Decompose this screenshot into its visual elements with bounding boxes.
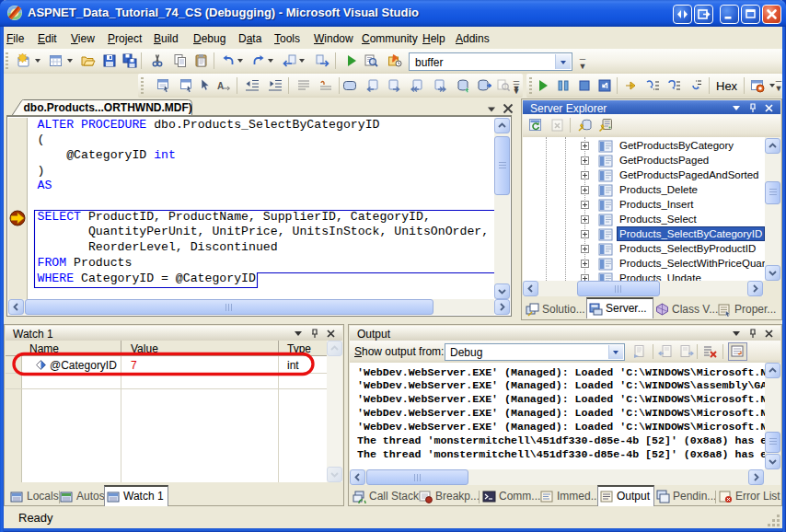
svg-text:dbo.Products...ORTHWND.MDF): dbo.Products...ORTHWND.MDF) bbox=[24, 101, 192, 114]
svg-text:A: A bbox=[217, 81, 224, 91]
